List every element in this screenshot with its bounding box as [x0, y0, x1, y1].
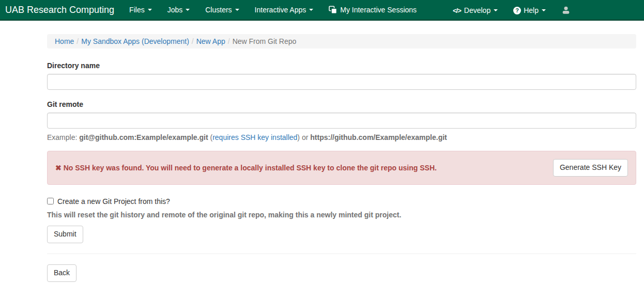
directory-name-label: Directory name	[47, 61, 636, 70]
nav-my-interactive-sessions[interactable]: My Interactive Sessions	[321, 0, 424, 20]
nav-help[interactable]: ? Help	[505, 0, 554, 21]
x-mark-icon: ✖	[55, 164, 62, 172]
nav-interactive-apps[interactable]: Interactive Apps	[247, 0, 321, 20]
breadcrumb-separator: /	[225, 37, 233, 45]
divider	[47, 254, 636, 254]
caret-down-icon	[494, 9, 498, 11]
nav-my-interactive-sessions-label: My Interactive Sessions	[340, 6, 417, 14]
nav-develop-label: Develop	[464, 6, 490, 14]
breadcrumb-home[interactable]: Home	[55, 37, 74, 45]
nav-interactive-apps-label: Interactive Apps	[255, 6, 306, 14]
requires-ssh-key-link[interactable]: requires SSH key installed	[212, 133, 297, 141]
git-remote-group: Git remote Example: git@github.com:Examp…	[47, 100, 636, 141]
breadcrumb-separator: /	[74, 37, 81, 45]
nav-clusters[interactable]: Clusters	[197, 0, 247, 20]
nav-files-label: Files	[129, 6, 145, 14]
git-remote-example: Example: git@github.com:Example/example.…	[47, 133, 636, 141]
breadcrumb-sandbox-apps[interactable]: My Sandbox Apps (Development)	[81, 37, 189, 45]
ssh-key-alert: ✖No SSH key was found. You will need to …	[47, 151, 636, 185]
example-paren: (	[208, 133, 213, 141]
breadcrumb: Home/My Sandbox Apps (Development)/New A…	[47, 34, 636, 49]
directory-name-input[interactable]	[47, 74, 636, 90]
git-remote-input[interactable]	[47, 113, 636, 129]
new-git-project-help: This will reset the git history and remo…	[47, 211, 636, 219]
code-icon: </>	[453, 7, 461, 14]
nav-clusters-label: Clusters	[205, 6, 232, 14]
generate-ssh-key-button[interactable]: Generate SSH Key	[553, 159, 628, 177]
new-git-project-row: Create a new Git Project from this?	[47, 197, 636, 206]
ssh-key-alert-text: No SSH key was found. You will need to g…	[64, 164, 437, 172]
sessions-icon	[329, 6, 337, 14]
caret-down-icon	[186, 9, 190, 11]
git-remote-label: Git remote	[47, 100, 636, 108]
caret-down-icon	[309, 9, 313, 11]
nav-files[interactable]: Files	[121, 0, 160, 20]
caret-down-icon	[542, 9, 546, 11]
example-ssh-url: git@github.com:Example/example.git	[79, 133, 208, 141]
directory-name-group: Directory name	[47, 61, 636, 90]
top-navbar: UAB Research Computing Files Jobs Cluste…	[0, 0, 644, 21]
back-button[interactable]: Back	[47, 264, 76, 282]
breadcrumb-new-app[interactable]: New App	[196, 37, 225, 45]
nav-develop[interactable]: </> Develop	[445, 0, 505, 21]
breadcrumb-current: New From Git Repo	[233, 37, 297, 45]
submit-button[interactable]: Submit	[47, 226, 83, 243]
nav-user[interactable]	[554, 0, 578, 21]
submit-row: Submit	[47, 226, 636, 243]
navbar-brand[interactable]: UAB Research Computing	[5, 5, 114, 15]
caret-down-icon	[235, 9, 239, 11]
breadcrumb-separator: /	[189, 37, 196, 45]
nav-jobs-label: Jobs	[167, 6, 183, 14]
example-prefix: Example:	[47, 133, 79, 141]
user-icon	[561, 6, 571, 15]
ssh-key-alert-message: ✖No SSH key was found. You will need to …	[55, 164, 437, 172]
caret-down-icon	[148, 9, 152, 11]
new-git-project-checkbox[interactable]	[47, 198, 54, 204]
question-circle-icon: ?	[513, 7, 521, 14]
example-middle: ) or	[297, 133, 310, 141]
nav-jobs[interactable]: Jobs	[160, 0, 198, 20]
navbar-right-group: </> Develop ? Help	[445, 0, 578, 21]
main-content: Home/My Sandbox Apps (Development)/New A…	[47, 34, 636, 282]
new-git-project-label: Create a new Git Project from this?	[57, 197, 170, 206]
nav-help-label: Help	[524, 6, 539, 14]
example-https-url: https://github.com/Example/example.git	[310, 133, 447, 141]
